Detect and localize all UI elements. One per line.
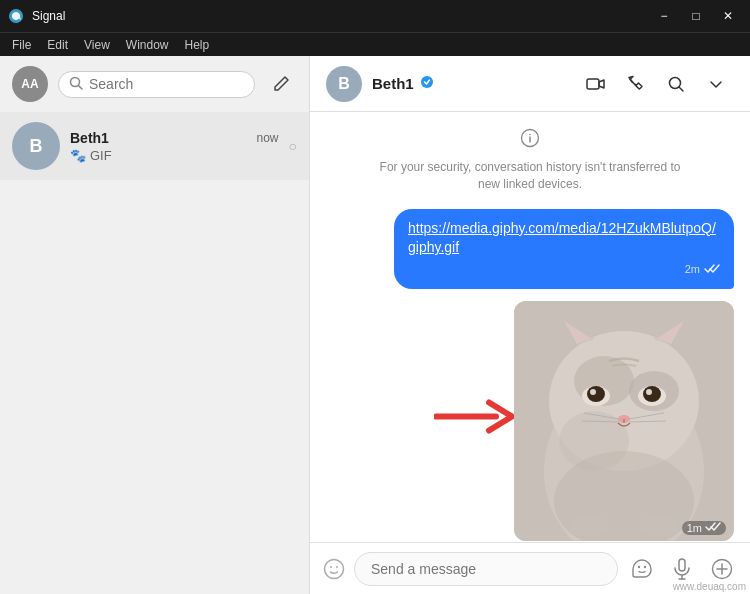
- conversation-list: B Beth1 now 🐾 GIF ○: [0, 112, 309, 594]
- cat-image: [514, 301, 734, 541]
- message-input[interactable]: [354, 552, 618, 586]
- search-icon: [69, 76, 83, 93]
- svg-point-9: [529, 134, 531, 136]
- svg-point-24: [590, 389, 596, 395]
- message-row-gif: 1m: [326, 301, 734, 541]
- svg-line-6: [679, 87, 683, 91]
- sidebar-header: AA: [0, 56, 309, 112]
- minimize-button[interactable]: −: [650, 5, 678, 27]
- app-body: AA B Beth1: [0, 56, 750, 594]
- conversation-item-beth1[interactable]: B Beth1 now 🐾 GIF ○: [0, 112, 309, 180]
- chat-header-avatar: B: [326, 66, 362, 102]
- maximize-button[interactable]: □: [682, 5, 710, 27]
- svg-point-3: [421, 76, 433, 88]
- conv-status-beth1: ○: [289, 138, 297, 154]
- app-icon: [8, 8, 24, 24]
- svg-rect-39: [679, 559, 685, 571]
- app-title: Signal: [32, 9, 65, 23]
- svg-point-37: [638, 565, 640, 567]
- gif-container: 1m: [514, 301, 734, 541]
- conv-info-beth1: Beth1 now 🐾 GIF: [70, 130, 279, 163]
- conv-preview-text-beth1: GIF: [90, 148, 112, 163]
- verified-icon: [420, 75, 434, 92]
- svg-point-25: [646, 389, 652, 395]
- chat-contact-name: Beth1: [372, 75, 414, 92]
- svg-point-22: [587, 386, 605, 402]
- add-button[interactable]: [706, 553, 738, 585]
- conv-header-row: Beth1 now: [70, 130, 279, 146]
- audio-call-button[interactable]: [618, 66, 654, 102]
- menu-view[interactable]: View: [76, 36, 118, 54]
- svg-point-33: [639, 516, 679, 536]
- svg-point-23: [643, 386, 661, 402]
- svg-point-32: [569, 516, 609, 536]
- video-call-button[interactable]: [578, 66, 614, 102]
- svg-line-2: [79, 85, 83, 89]
- voice-button[interactable]: [666, 553, 698, 585]
- gif-status: [705, 522, 721, 534]
- chat-header: B Beth1: [310, 56, 750, 112]
- conv-name-beth1: Beth1: [70, 130, 109, 146]
- sticker-button[interactable]: [626, 553, 658, 585]
- conv-avatar-beth1: B: [12, 122, 60, 170]
- svg-point-34: [325, 559, 344, 578]
- menu-edit[interactable]: Edit: [39, 36, 76, 54]
- gif-paw-icon: 🐾: [70, 148, 86, 163]
- chat-header-actions: [578, 66, 734, 102]
- window-controls: − □ ✕: [650, 5, 742, 27]
- message-link[interactable]: https://media.giphy.com/media/12HZukMBlu…: [408, 220, 716, 256]
- message-time-1: 2m: [685, 262, 700, 277]
- gif-wrapper: 1m: [514, 301, 734, 541]
- red-arrow: [434, 398, 514, 443]
- chat-area: B Beth1: [310, 56, 750, 594]
- user-avatar[interactable]: AA: [12, 66, 48, 102]
- svg-point-36: [336, 566, 338, 568]
- title-bar-left: Signal: [8, 8, 65, 24]
- menu-file[interactable]: File: [4, 36, 39, 54]
- conv-preview-beth1: 🐾 GIF: [70, 148, 279, 163]
- message-meta-1: 2m: [408, 262, 720, 279]
- search-box[interactable]: [58, 71, 255, 98]
- message-status-1: [704, 262, 720, 279]
- security-notice: For your security, conversation history …: [326, 128, 734, 193]
- sidebar: AA B Beth1: [0, 56, 310, 594]
- more-options-button[interactable]: [698, 66, 734, 102]
- emoji-button[interactable]: [322, 557, 346, 581]
- chat-header-name: Beth1: [372, 75, 568, 92]
- menu-bar: File Edit View Window Help: [0, 32, 750, 56]
- svg-point-35: [330, 566, 332, 568]
- conv-time-beth1: now: [257, 131, 279, 145]
- message-bubble-link: https://media.giphy.com/media/12HZukMBlu…: [394, 209, 734, 289]
- search-input[interactable]: [89, 76, 244, 92]
- security-text: For your security, conversation history …: [370, 159, 690, 193]
- gif-time: 1m: [687, 522, 702, 534]
- compose-button[interactable]: [265, 68, 297, 100]
- title-bar: Signal − □ ✕: [0, 0, 750, 32]
- message-row-link: https://media.giphy.com/media/12HZukMBlu…: [326, 209, 734, 289]
- close-button[interactable]: ✕: [714, 5, 742, 27]
- menu-window[interactable]: Window: [118, 36, 177, 54]
- gif-meta: 1m: [682, 521, 726, 535]
- info-icon: [520, 128, 540, 153]
- chat-input-bar: [310, 542, 750, 594]
- svg-rect-4: [587, 79, 599, 89]
- chat-messages: For your security, conversation history …: [310, 112, 750, 542]
- search-messages-button[interactable]: [658, 66, 694, 102]
- svg-point-38: [644, 565, 646, 567]
- menu-help[interactable]: Help: [177, 36, 218, 54]
